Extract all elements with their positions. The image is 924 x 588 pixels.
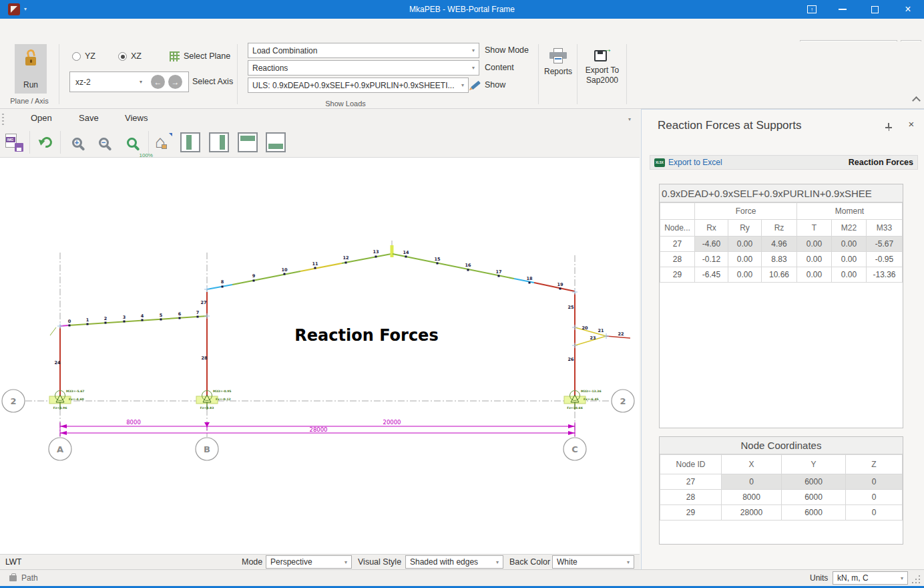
close-button[interactable]: ×	[895, 0, 921, 19]
col-node[interactable]: Node...	[660, 220, 695, 237]
value-cell[interactable]: 6000	[782, 474, 846, 490]
resize-grip[interactable]	[912, 575, 920, 583]
zoom-100-button[interactable]: 100%	[121, 131, 142, 154]
home-view-button[interactable]: ⌂	[154, 131, 175, 154]
toolbar-overflow-caret-icon[interactable]: ▾	[628, 116, 631, 122]
value-cell[interactable]: 0	[846, 505, 903, 521]
show-mode-combobox[interactable]: Load Combination▾	[248, 43, 479, 58]
select-plane-label[interactable]: Select Plane	[184, 51, 230, 61]
mode-combobox[interactable]: Perspective▾	[266, 555, 352, 569]
value-cell[interactable]: 28000	[722, 505, 782, 521]
radio-yz-label[interactable]: YZ	[85, 51, 95, 61]
element-number-label: 26	[567, 357, 574, 362]
value-cell[interactable]: 0.00	[832, 252, 867, 267]
pin-icon[interactable]	[885, 123, 893, 132]
value-cell[interactable]: -6.45	[695, 267, 728, 283]
frame-drawing[interactable]: Reaction Forces 012345678910111213141516…	[0, 158, 640, 554]
value-cell[interactable]: 8.83	[762, 252, 797, 267]
table-row[interactable]: 28-0.120.008.830.000.00-0.95	[660, 252, 903, 267]
col-m22[interactable]: M22	[832, 220, 867, 237]
table-row[interactable]: 29-6.450.0010.660.000.00-13.36	[660, 267, 903, 283]
table-row[interactable]: 292800060000	[660, 505, 903, 521]
collapse-ribbon-chevron-icon[interactable]	[912, 96, 921, 105]
drawing-canvas[interactable]: Reaction Forces 012345678910111213141516…	[0, 158, 640, 554]
value-cell[interactable]: -4.60	[695, 237, 728, 252]
zoom-out-button[interactable]: −	[93, 131, 114, 154]
zoom-in-button[interactable]: +	[66, 131, 87, 154]
toolbar-grip[interactable]	[2, 114, 4, 126]
edit-pencil-icon[interactable]	[471, 81, 481, 90]
export-to-excel-link[interactable]: Export to Excel	[668, 158, 722, 167]
value-cell[interactable]: 10.66	[762, 267, 797, 283]
select-plane-grid-icon[interactable]	[170, 51, 180, 61]
radio-yz[interactable]	[72, 52, 81, 61]
value-cell[interactable]: -0.12	[695, 252, 728, 267]
menu-save[interactable]: Save	[79, 113, 99, 123]
value-cell[interactable]: 0.00	[728, 237, 762, 252]
status-bar: Path Units kN, m, C▾	[0, 569, 924, 586]
node-id-cell[interactable]: 27	[660, 237, 695, 252]
save-image-button[interactable]: IMG	[3, 131, 25, 154]
node-id-cell[interactable]: 29	[660, 505, 722, 521]
view-top-button[interactable]	[238, 132, 258, 152]
table-row[interactable]: 27060000	[660, 474, 903, 490]
back-color-combobox[interactable]: White▾	[552, 555, 634, 569]
maximize-button[interactable]	[861, 0, 888, 19]
value-cell[interactable]: 8000	[722, 490, 782, 505]
axis-combobox[interactable]: xz-2	[73, 78, 140, 87]
value-cell[interactable]: 0.00	[832, 237, 867, 252]
menu-views[interactable]: Views	[125, 113, 148, 123]
run-button[interactable]: Run	[15, 44, 47, 94]
value-cell[interactable]: 0.00	[797, 252, 832, 267]
node-id-cell[interactable]: 28	[660, 252, 695, 267]
col-node-id[interactable]: Node ID	[660, 455, 722, 474]
node-id-cell[interactable]: 27	[660, 474, 722, 490]
value-cell[interactable]: 0	[846, 474, 903, 490]
value-cell[interactable]: 0.00	[728, 252, 762, 267]
value-cell[interactable]: -5.67	[867, 237, 903, 252]
value-cell[interactable]: -13.36	[867, 267, 903, 283]
radio-xz[interactable]	[118, 52, 127, 61]
value-cell[interactable]: 0.00	[832, 267, 867, 283]
table-row[interactable]: 28800060000	[660, 490, 903, 505]
value-cell[interactable]: 0	[722, 474, 782, 490]
col-rx[interactable]: Rx	[695, 220, 728, 237]
col-z[interactable]: Z	[846, 455, 903, 474]
col-m33[interactable]: M33	[867, 220, 903, 237]
value-cell[interactable]: -0.95	[867, 252, 903, 267]
export-to-sap2000-button[interactable]: → Export To Sap2000	[580, 44, 625, 102]
value-cell[interactable]: 6000	[782, 505, 846, 521]
table-row[interactable]: 27-4.600.004.960.000.00-5.67	[660, 237, 903, 252]
minimize-button[interactable]	[829, 0, 856, 19]
view-bottom-button[interactable]	[266, 132, 286, 152]
value-cell[interactable]: 0.00	[797, 237, 832, 252]
radio-xz-label[interactable]: XZ	[131, 51, 142, 61]
node-dot	[69, 325, 71, 327]
refresh-button[interactable]	[36, 131, 57, 154]
view-left-elevation-button[interactable]	[180, 132, 200, 152]
chevron-down-icon[interactable]: ▾	[140, 79, 142, 85]
value-cell[interactable]: 0.00	[728, 267, 762, 283]
col-ry[interactable]: Ry	[728, 220, 762, 237]
col-y[interactable]: Y	[782, 455, 846, 474]
col-t[interactable]: T	[797, 220, 832, 237]
panel-close-button[interactable]: ×	[905, 118, 918, 131]
value-cell[interactable]: 0	[846, 490, 903, 505]
view-right-elevation-button[interactable]	[209, 132, 229, 152]
node-id-cell[interactable]: 28	[660, 490, 722, 505]
next-axis-button[interactable]: →	[168, 75, 182, 89]
content-combobox[interactable]: Reactions▾	[248, 60, 479, 76]
units-combobox[interactable]: kN, m, C▾	[833, 571, 908, 585]
visual-style-combobox[interactable]: Shaded with edges▾	[405, 555, 503, 569]
col-rz[interactable]: Rz	[762, 220, 797, 237]
ribbon-display-options-button[interactable]: ↑	[798, 0, 825, 19]
value-cell[interactable]: 0.00	[797, 267, 832, 283]
menu-open[interactable]: Open	[31, 113, 52, 123]
value-cell[interactable]: 4.96	[762, 237, 797, 252]
previous-axis-button[interactable]: ←	[151, 75, 165, 89]
node-id-cell[interactable]: 29	[660, 267, 695, 283]
reports-button[interactable]: Reports	[541, 44, 575, 94]
col-x[interactable]: X	[722, 455, 782, 474]
value-cell[interactable]: 6000	[782, 490, 846, 505]
load-combination-combobox[interactable]: ULS: 0.9xDEAD+0.9xSELF+0.9xPURLIN+0.9xSH…	[248, 78, 469, 93]
